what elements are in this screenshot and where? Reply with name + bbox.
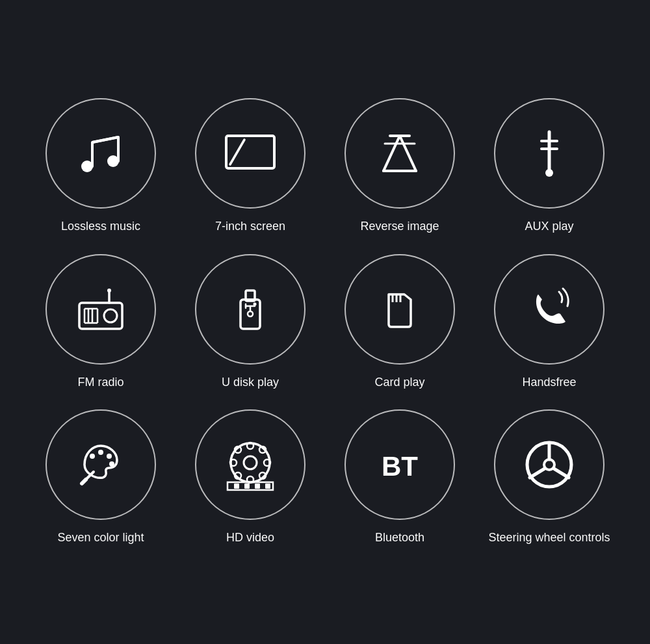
svg-rect-3: [226, 136, 274, 168]
feature-fm-radio: FM radio: [32, 254, 169, 390]
feature-u-disk-play: U disk play: [182, 254, 318, 390]
lossless-music-label: Lossless music: [61, 219, 140, 234]
svg-rect-52: [255, 483, 260, 489]
usb-icon: [221, 280, 280, 339]
feature-card-play: Card play: [332, 254, 468, 390]
svg-point-37: [109, 461, 114, 467]
feature-bluetooth: BT Bluetooth: [332, 409, 468, 545]
feature-7inch-screen: 7-inch screen: [182, 98, 318, 234]
circle-fm-radio: [46, 254, 156, 365]
card-play-label: Card play: [374, 375, 424, 390]
screen-icon: [221, 124, 280, 183]
svg-line-6: [400, 136, 416, 171]
music-icon: [72, 124, 130, 183]
feature-steering-wheel: Steering wheel controls: [481, 409, 618, 545]
feature-handsfree: Handsfree: [481, 254, 618, 390]
fm-radio-label: FM radio: [77, 375, 124, 390]
radio-icon: [72, 280, 130, 339]
reverse-icon: [370, 124, 429, 183]
svg-point-35: [98, 450, 103, 455]
handsfree-label: Handsfree: [522, 375, 576, 390]
circle-7inch-screen: [195, 98, 306, 209]
feature-reverse-image: Reverse image: [332, 98, 468, 234]
circle-handsfree: [494, 254, 604, 365]
feature-lossless-music: Lossless music: [32, 98, 169, 234]
circle-hd-video: [195, 409, 306, 520]
circle-aux-play: [494, 98, 604, 209]
feature-seven-color-light: Seven color light: [32, 409, 169, 545]
steering-wheel-label: Steering wheel controls: [488, 530, 610, 545]
svg-rect-16: [79, 303, 122, 329]
svg-line-59: [554, 469, 569, 478]
feature-hd-video: HD video: [182, 409, 318, 545]
svg-rect-50: [234, 483, 239, 489]
circle-reverse-image: [344, 98, 455, 209]
svg-point-36: [107, 454, 112, 459]
svg-line-4: [230, 140, 244, 164]
bluetooth-label: Bluetooth: [375, 530, 424, 545]
svg-text:BT: BT: [382, 451, 418, 482]
svg-rect-53: [265, 483, 270, 489]
svg-point-20: [104, 309, 117, 322]
svg-rect-24: [240, 300, 260, 329]
aux-play-label: AUX play: [525, 219, 573, 234]
svg-line-5: [384, 136, 400, 171]
svg-line-39: [82, 480, 86, 483]
svg-point-11: [545, 169, 553, 177]
aux-icon: [520, 124, 578, 183]
svg-point-34: [90, 454, 95, 459]
circle-card-play: [344, 254, 455, 365]
features-grid: Lossless music 7-inch screen Reverse ima…: [13, 72, 637, 571]
palette-icon: [72, 435, 130, 494]
bt-icon: BT: [370, 435, 429, 494]
steering-icon: [520, 435, 578, 494]
u-disk-play-label: U disk play: [222, 375, 279, 390]
svg-point-0: [81, 161, 93, 172]
circle-bluetooth: BT: [344, 409, 455, 520]
svg-point-30: [254, 302, 257, 305]
circle-lossless-music: [46, 98, 156, 209]
circle-seven-color-light: [46, 409, 156, 520]
svg-point-1: [107, 155, 119, 167]
reverse-image-label: Reverse image: [360, 219, 439, 234]
svg-point-15: [107, 289, 111, 292]
7inch-screen-label: 7-inch screen: [215, 219, 285, 234]
card-icon: [370, 280, 429, 339]
svg-point-41: [244, 456, 257, 469]
svg-line-58: [530, 469, 545, 478]
circle-u-disk-play: [195, 254, 306, 365]
seven-color-light-label: Seven color light: [57, 530, 144, 545]
feature-aux-play: AUX play: [481, 98, 618, 234]
svg-rect-51: [244, 483, 250, 489]
svg-line-2: [92, 137, 118, 142]
film-icon: [221, 435, 280, 494]
phone-icon: [520, 280, 578, 339]
circle-steering-wheel: [494, 409, 604, 520]
hd-video-label: HD video: [226, 530, 274, 545]
